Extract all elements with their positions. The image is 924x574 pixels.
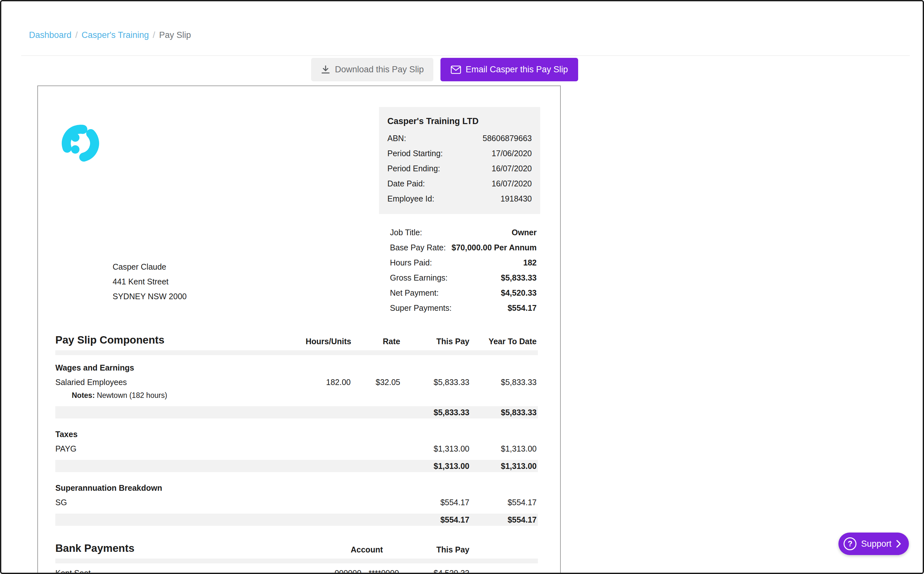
company-logo-icon: [59, 122, 102, 164]
total-ytd: $1,313.00: [469, 461, 536, 471]
bank-header-row: Bank Payments Account This Pay: [55, 542, 538, 555]
company-info-row: Employee Id: 1918430: [388, 191, 532, 207]
company-name: Casper's Training LTD: [388, 115, 532, 128]
cell-ytd: $5,833.33: [469, 377, 536, 387]
company-info-label: Period Starting:: [388, 146, 443, 161]
bank-account-number: 000000 - ****0000: [305, 568, 428, 574]
header-strip: [55, 558, 538, 563]
total-ytd: $5,833.33: [469, 407, 536, 417]
download-payslip-button[interactable]: Download this Pay Slip: [311, 58, 434, 81]
employee-address: Casper Claude 441 Kent Street SYDNEY NSW…: [112, 259, 187, 304]
summary-label: Net Payment:: [390, 285, 438, 301]
payslip-body: Pay Slip Components Hours/Units Rate Thi…: [38, 334, 560, 574]
support-button[interactable]: ? Support: [839, 533, 909, 555]
company-info-value: 17/06/2020: [492, 146, 532, 161]
column-header-this-pay: This Pay: [400, 336, 469, 347]
summary-value: $5,833.33: [501, 270, 536, 285]
company-info-value: 16/07/2020: [492, 161, 532, 176]
total-this-pay: $1,313.00: [400, 461, 469, 471]
components-header-row: Pay Slip Components Hours/Units Rate Thi…: [55, 334, 538, 347]
column-header-account: Account: [305, 544, 428, 555]
total-row: $554.17 $554.17: [55, 514, 538, 526]
company-info-row: Period Ending: 16/07/2020: [388, 161, 532, 176]
summary-row: Job Title: Owner: [390, 225, 536, 240]
company-info-label: ABN:: [388, 131, 406, 146]
pay-summary: Job Title: Owner Base Pay Rate: $70,000.…: [390, 225, 536, 315]
total-row: $1,313.00 $1,313.00: [55, 460, 538, 472]
component-label: PAYG: [55, 444, 305, 454]
summary-value: $4,520.33: [501, 285, 536, 301]
action-bar: Download this Pay Slip Email Casper this…: [311, 58, 578, 81]
summary-label: Base Pay Rate:: [390, 240, 446, 255]
column-header-bank-this-pay: This Pay: [428, 544, 469, 555]
summary-value: 182: [523, 255, 536, 270]
company-info-row: Period Starting: 17/06/2020: [388, 146, 532, 161]
summary-row: Gross Earnings: $5,833.33: [390, 270, 536, 285]
page: Dashboard / Casper's Training / Pay Slip…: [0, 0, 924, 574]
summary-value: $70,000.00 Per Annum: [452, 240, 537, 255]
employee-address-line-1: 441 Kent Street: [112, 274, 187, 289]
components-title: Pay Slip Components: [55, 334, 305, 347]
company-info-label: Employee Id:: [388, 191, 434, 207]
bank-title: Bank Payments: [55, 542, 305, 555]
employee-name: Casper Claude: [112, 259, 187, 274]
summary-row: Super Payments: $554.17: [390, 301, 536, 315]
header-divider: [21, 55, 910, 56]
section-title-super: Superannuation Breakdown: [55, 483, 538, 493]
cell-ytd: $554.17: [469, 498, 536, 507]
header-strip: [55, 350, 538, 355]
bank-account-name: Kent Seet: [55, 568, 305, 574]
breadcrumb: Dashboard / Casper's Training / Pay Slip: [29, 30, 191, 41]
support-button-label: Support: [861, 539, 891, 549]
component-row: PAYG $1,313.00 $1,313.00: [55, 444, 538, 454]
email-button-label: Email Casper this Pay Slip: [465, 65, 568, 74]
total-ytd: $554.17: [469, 515, 536, 525]
summary-row: Hours Paid: 182: [390, 255, 536, 270]
download-icon: [321, 65, 331, 74]
summary-row: Net Payment: $4,520.33: [390, 285, 536, 301]
section-title-wages: Wages and Earnings: [55, 363, 538, 372]
company-info-value: 58606879663: [483, 131, 532, 146]
cell-ytd: $1,313.00: [469, 444, 536, 454]
bank-row: Kent Seet 000000 - ****0000 $4,520.33: [55, 568, 538, 574]
section-title-taxes: Taxes: [55, 429, 538, 439]
summary-label: Hours Paid:: [390, 255, 432, 270]
total-row: $5,833.33 $5,833.33: [55, 406, 538, 418]
summary-value: $554.17: [508, 301, 536, 315]
breadcrumb-current: Pay Slip: [159, 30, 191, 41]
cell-rate: $32.05: [351, 377, 400, 387]
total-this-pay: $554.17: [400, 515, 469, 525]
email-payslip-button[interactable]: Email Casper this Pay Slip: [440, 58, 578, 81]
component-row: Salaried Employees 182.00 $32.05 $5,833.…: [55, 377, 538, 387]
cell-hours: 182.00: [305, 377, 351, 387]
cell-this-pay: $5,833.33: [400, 377, 469, 387]
payslip-header: Casper's Training LTD ABN: 58606879663 P…: [38, 86, 560, 334]
breadcrumb-link-company[interactable]: Casper's Training: [82, 30, 149, 41]
summary-label: Gross Earnings:: [390, 270, 448, 285]
cell-this-pay: $554.17: [400, 498, 469, 507]
company-info-row: Date Paid: 16/07/2020: [388, 176, 532, 191]
total-this-pay: $5,833.33: [400, 407, 469, 417]
breadcrumb-link-dashboard[interactable]: Dashboard: [29, 30, 71, 41]
support-question-icon: ?: [843, 537, 856, 550]
company-info-row: ABN: 58606879663: [388, 131, 532, 146]
company-info-label: Period Ending:: [388, 161, 440, 176]
company-info-box: Casper's Training LTD ABN: 58606879663 P…: [379, 107, 540, 214]
summary-label: Super Payments:: [390, 301, 452, 315]
column-header-ytd: Year To Date: [469, 336, 536, 347]
employee-address-line-2: SYDNEY NSW 2000: [112, 289, 187, 304]
company-info-value: 16/07/2020: [492, 176, 532, 191]
component-row: SG $554.17 $554.17: [55, 498, 538, 507]
download-button-label: Download this Pay Slip: [335, 65, 424, 74]
email-icon: [451, 66, 461, 74]
cell-this-pay: $1,313.00: [400, 444, 469, 454]
support-chevron-icon: [896, 539, 901, 548]
bank-this-pay: $4,520.33: [428, 568, 469, 574]
summary-row: Base Pay Rate: $70,000.00 Per Annum: [390, 240, 536, 255]
column-header-rate: Rate: [351, 336, 400, 347]
summary-label: Job Title:: [390, 225, 422, 240]
component-label: SG: [55, 498, 305, 507]
summary-value: Owner: [511, 225, 536, 240]
notes-label: Notes:: [72, 391, 95, 399]
company-info-value: 1918430: [501, 191, 532, 207]
